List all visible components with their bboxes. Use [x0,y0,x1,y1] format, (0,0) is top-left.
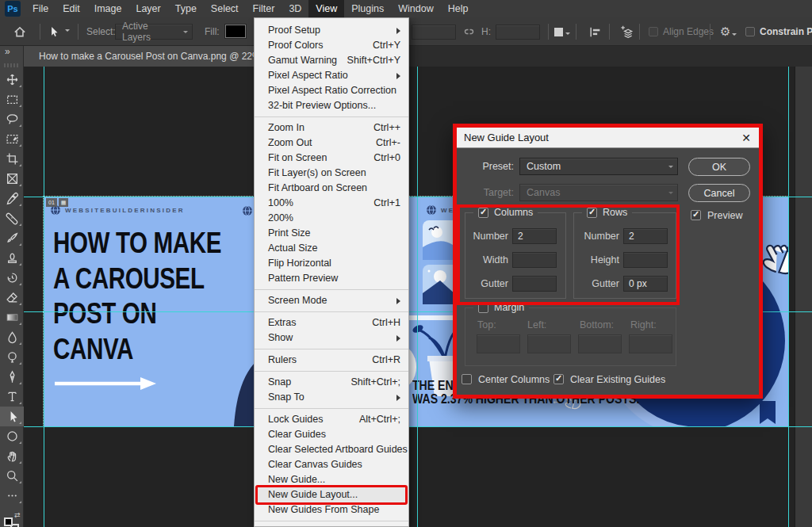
view-menu-item-fit-artboard-on-screen[interactable]: Fit Artboard on Screen [255,181,408,196]
constrain-path-option[interactable]: Constrain Path D [745,17,812,46]
current-tool-button[interactable] [48,17,70,46]
view-menu-item-zoom-in[interactable]: Zoom InCtrl++ [255,120,408,136]
tool-path-selection[interactable] [0,407,24,426]
menubar-item-edit[interactable]: Edit [56,0,87,17]
view-menu-item-proof-colors[interactable]: Proof ColorsCtrl+Y [255,38,408,53]
menubar-item-select[interactable]: Select [204,0,246,17]
width-input[interactable] [412,25,456,40]
view-menu-item-show[interactable]: Show [255,330,408,346]
tool-pen[interactable] [0,367,24,387]
view-menu-item-pixel-aspect-ratio-correction[interactable]: Pixel Aspect Ratio Correction [255,83,408,98]
tool-blur[interactable] [0,327,24,347]
document-tab-bar: How to make a Carousel Post on Canva.png… [24,46,812,67]
menubar-item-image[interactable]: Image [87,0,129,17]
view-menu-item-clear-selected-artboard-guides[interactable]: Clear Selected Artboard Guides [255,442,408,457]
tool-object-selection[interactable] [0,129,24,149]
interpolation-button[interactable] [554,17,570,46]
view-menu-item-new-guide-layout[interactable]: New Guide Layout... [255,487,408,502]
cancel-button[interactable]: Cancel [688,184,750,202]
view-menu-item-32-bit-preview-options[interactable]: 32-bit Preview Options... [255,98,408,113]
align-edges-checkbox[interactable] [649,27,658,36]
auto-select-layers-icon[interactable] [620,25,634,39]
link-dimensions-icon[interactable] [462,25,476,38]
view-menu-item-100[interactable]: 100%Ctrl+1 [255,196,408,211]
tool-lasso[interactable] [0,109,24,129]
workspace-settings-button[interactable]: ⚙ [720,17,737,46]
view-menu-item-proof-setup[interactable]: Proof Setup [255,23,408,38]
menubar-item-file[interactable]: File [25,0,56,17]
view-menu-item-new-guide[interactable]: New Guide... [255,472,408,487]
view-menu-item-rulers[interactable]: RulersCtrl+R [255,353,408,368]
tool-gradient[interactable] [0,307,24,327]
tool-eyedropper[interactable] [0,189,24,208]
tool-move[interactable] [0,70,24,90]
tool-marquee[interactable] [0,90,24,109]
panel-grip[interactable] [4,63,20,67]
home-button[interactable] [13,17,27,46]
foreground-color-swatch[interactable] [4,517,13,526]
document-tab[interactable]: How to make a Carousel Post on Canva.png… [24,46,266,67]
view-menu-item-pixel-aspect-ratio[interactable]: Pixel Aspect Ratio [255,68,408,83]
constrain-path-checkbox[interactable] [745,27,755,36]
view-menu-item-screen-mode[interactable]: Screen Mode [255,293,408,308]
menu-separator [255,289,408,290]
tool-ellipse[interactable] [0,426,24,446]
tool-edit-toolbar[interactable] [0,486,24,506]
tool-zoom[interactable] [0,466,24,486]
align-edges-option[interactable]: Align Edges [649,17,714,46]
view-menu-item-pattern-preview[interactable]: Pattern Preview [255,271,408,286]
menu-item-label: Snap [268,375,291,390]
center-columns-checkbox[interactable] [462,374,472,384]
menubar-item-layer[interactable]: Layer [128,0,167,17]
view-menu-item-zoom-out[interactable]: Zoom OutCtrl+- [255,136,408,151]
menubar-item-view[interactable]: View [308,0,344,17]
bookmark-icon [760,401,776,424]
clear-existing-guides-checkbox[interactable] [553,374,564,384]
tool-brush[interactable] [0,228,24,248]
tool-type[interactable] [0,387,24,407]
view-menu-item-extras[interactable]: ExtrasCtrl+H [255,315,408,330]
view-menu-item-clear-canvas-guides[interactable]: Clear Canvas Guides [255,457,408,472]
close-icon[interactable]: ✕ [741,128,751,148]
height-input[interactable] [496,25,540,40]
view-menu-item-fit-layer-s-on-screen[interactable]: Fit Layer(s) on Screen [255,166,408,181]
view-menu-item-flip-horizontal[interactable]: Flip Horizontal [255,256,408,271]
view-menu-item-snap[interactable]: SnapShift+Ctrl+; [255,375,408,390]
menubar-item-3d[interactable]: 3D [282,0,308,17]
view-menu-item-actual-size[interactable]: Actual Size [255,241,408,256]
view-menu-item-fit-on-screen[interactable]: Fit on ScreenCtrl+0 [255,151,408,166]
tool-frame[interactable] [0,169,24,189]
view-menu-item-lock-guides[interactable]: Lock GuidesAlt+Ctrl+; [255,412,408,427]
fill-color-swatch[interactable] [225,25,246,38]
view-menu-item-gamut-warning[interactable]: Gamut WarningShift+Ctrl+Y [255,53,408,68]
tool-spot-healing[interactable] [0,208,24,228]
menubar-item-filter[interactable]: Filter [246,0,282,17]
tool-history-brush[interactable] [0,268,24,288]
view-menu-item-new-guides-from-shape[interactable]: New Guides From Shape [255,502,408,517]
tool-crop[interactable] [0,149,24,169]
photoshop-logo: Ps [5,1,21,17]
collapse-panel-icon[interactable]: » [5,46,10,59]
tool-eraser[interactable] [0,288,24,307]
view-menu-item-snap-to[interactable]: Snap To [255,390,408,405]
brush-icon [6,231,19,245]
view-menu-item-200[interactable]: 200% [255,211,408,226]
menubar-item-type[interactable]: Type [168,0,204,17]
menubar-item-window[interactable]: Window [391,0,440,17]
view-menu-item-print-size[interactable]: Print Size [255,226,408,241]
menubar-item-plugins[interactable]: Plugins [344,0,391,17]
menu-item-shortcut: Shift+Ctrl+Y [347,53,400,68]
guide-horizontal-bottom [24,426,812,427]
preset-dropdown[interactable]: Custom [519,158,678,175]
ok-button[interactable]: OK [688,158,750,176]
swap-colors-icon[interactable]: ⇄ [14,511,21,519]
view-menu-item-clear-guides[interactable]: Clear Guides [255,427,408,442]
preview-checkbox[interactable] [691,210,701,220]
select-mode-dropdown[interactable]: Active Layers [115,24,193,40]
menubar-item-help[interactable]: Help [441,0,476,17]
align-left-icon[interactable] [588,25,602,39]
tool-clone-stamp[interactable] [0,248,24,268]
tool-hand[interactable] [0,446,24,466]
submenu-arrow-icon [396,395,404,401]
tool-dodge[interactable] [0,347,24,367]
